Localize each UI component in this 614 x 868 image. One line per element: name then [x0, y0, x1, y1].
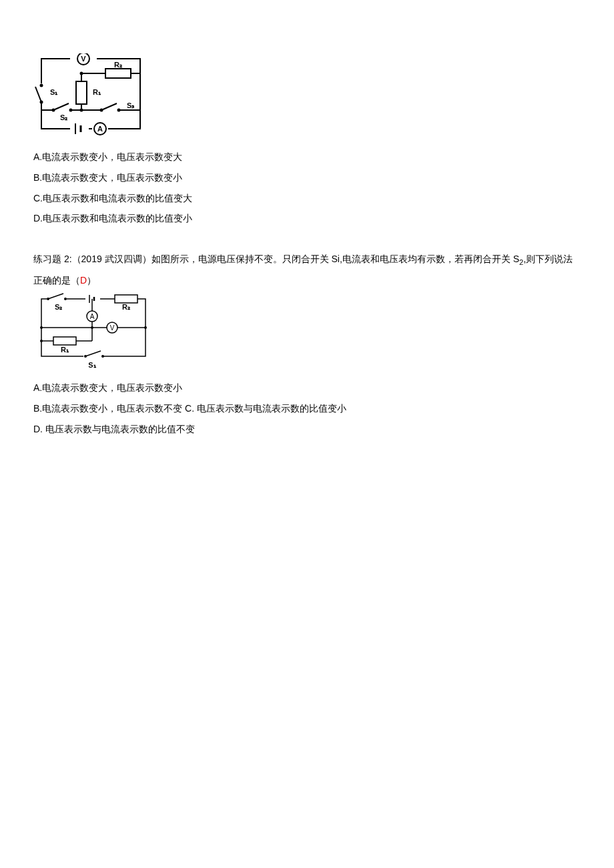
svg-point-63 — [144, 326, 147, 329]
svg-point-34 — [80, 72, 83, 75]
svg-text:R₂: R₂ — [122, 303, 130, 311]
svg-text:R₂: R₂ — [114, 61, 122, 69]
svg-text:S₃: S₃ — [127, 101, 135, 109]
q2-answer: D — [80, 275, 87, 286]
svg-text:A: A — [97, 125, 103, 133]
svg-point-19 — [69, 109, 73, 112]
svg-rect-6 — [105, 69, 131, 78]
svg-rect-27 — [70, 123, 89, 134]
q2-option-a: A.电流表示数变大，电压表示数变小 — [33, 378, 581, 398]
svg-rect-45 — [115, 295, 137, 303]
q2-stem-text-3: ） — [87, 275, 96, 286]
svg-text:R₁: R₁ — [61, 346, 69, 354]
svg-point-14 — [40, 84, 43, 87]
circuit-svg-2: S₂ R₂ A V R₁ S₁ — [33, 291, 154, 371]
q1-option-a: A.电流表示数变小，电压表示数变大 — [33, 147, 581, 167]
svg-rect-9 — [76, 81, 87, 104]
q2-option-bc: B.电流表示数变小，电压表示数不变 C. 电压表示数与电流表示数的比值变小 — [33, 398, 581, 419]
svg-text:S₁: S₁ — [88, 361, 96, 369]
svg-text:V: V — [110, 324, 115, 332]
q2-stem-text-1: 练习题 2:（2019 武汉四调）如图所示，电源电压保持不变。只闭合开关 Si,… — [33, 254, 519, 264]
svg-point-24 — [117, 109, 121, 112]
svg-text:S₂: S₂ — [55, 303, 62, 311]
svg-point-65 — [40, 340, 43, 342]
q1-option-d: D.电压表示数和电流表示数的比值变小 — [33, 208, 581, 229]
svg-rect-55 — [53, 337, 76, 345]
q1-option-b: B.电流表示数变大，电压表示数变小 — [33, 167, 581, 188]
svg-text:V: V — [81, 55, 86, 63]
svg-point-59 — [101, 355, 104, 358]
q1-option-c: C.电压表示数和电流表示数的比值变大 — [33, 188, 581, 209]
svg-point-64 — [91, 326, 93, 329]
q2-stem: 练习题 2:（2019 武汉四调）如图所示，电源电压保持不变。只闭合开关 Si,… — [33, 249, 581, 291]
svg-point-38 — [64, 298, 67, 300]
svg-text:R₁: R₁ — [93, 88, 101, 96]
circuit-svg-1: V R₂ R₁ S₁ S₂ S₃ A — [33, 53, 147, 140]
svg-text:S₂: S₂ — [60, 113, 67, 121]
svg-text:S₁: S₁ — [50, 88, 58, 96]
svg-point-33 — [80, 109, 83, 112]
q2-option-d: D. 电压表示数与电流表示数的比值不变 — [33, 419, 581, 440]
svg-text:A: A — [90, 313, 95, 320]
circuit-diagram-2: S₂ R₂ A V R₁ S₁ — [33, 291, 581, 371]
svg-point-62 — [40, 326, 43, 329]
svg-rect-41 — [85, 294, 100, 304]
circuit-diagram-1: V R₂ R₁ S₁ S₂ S₃ A — [33, 53, 581, 140]
